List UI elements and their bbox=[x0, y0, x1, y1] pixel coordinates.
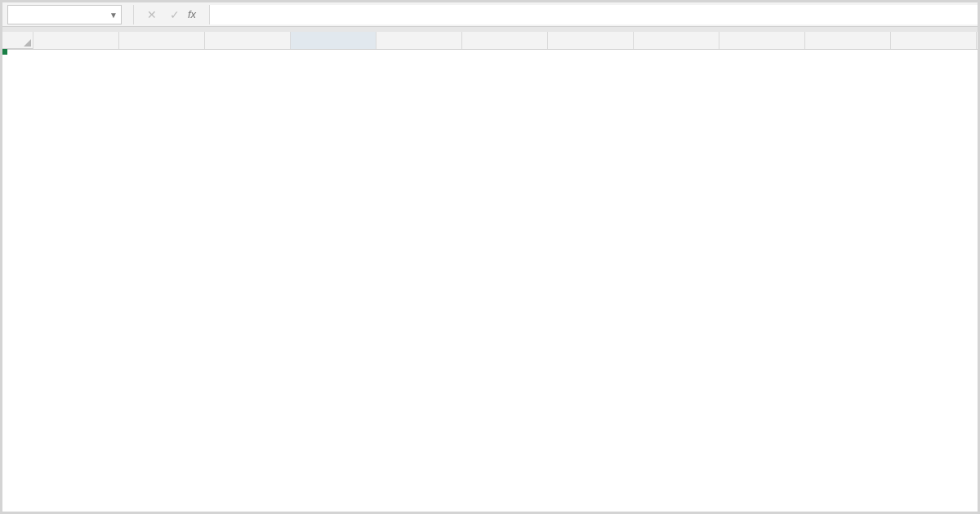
col-header-H[interactable] bbox=[634, 32, 719, 49]
name-box-dropdown-icon[interactable]: ▼ bbox=[109, 10, 118, 19]
column-headers bbox=[2, 32, 978, 50]
cancel-icon[interactable]: ✕ bbox=[147, 8, 157, 21]
formula-bar-container: ▼ ✕ ✓ fx bbox=[2, 2, 978, 32]
active-cell-outline bbox=[2, 50, 6, 53]
col-header-D[interactable] bbox=[291, 32, 376, 49]
name-box[interactable]: ▼ bbox=[7, 5, 122, 24]
confirm-icon[interactable]: ✓ bbox=[170, 8, 180, 21]
col-header-A[interactable] bbox=[33, 32, 119, 49]
col-header-K[interactable] bbox=[891, 32, 977, 49]
fill-handle[interactable] bbox=[2, 49, 7, 55]
col-header-C[interactable] bbox=[205, 32, 291, 49]
col-header-E[interactable] bbox=[376, 32, 462, 49]
col-header-J[interactable] bbox=[805, 32, 891, 49]
col-header-G[interactable] bbox=[548, 32, 634, 49]
formula-bar: ▼ ✕ ✓ fx bbox=[2, 2, 978, 27]
separator bbox=[133, 5, 134, 24]
col-header-B[interactable] bbox=[119, 32, 205, 49]
formula-input[interactable] bbox=[209, 5, 978, 24]
fx-icon[interactable]: fx bbox=[188, 8, 196, 20]
col-header-I[interactable] bbox=[719, 32, 805, 49]
spreadsheet-grid[interactable] bbox=[2, 32, 978, 50]
col-header-F[interactable] bbox=[462, 32, 548, 49]
select-all-corner[interactable] bbox=[2, 32, 33, 49]
